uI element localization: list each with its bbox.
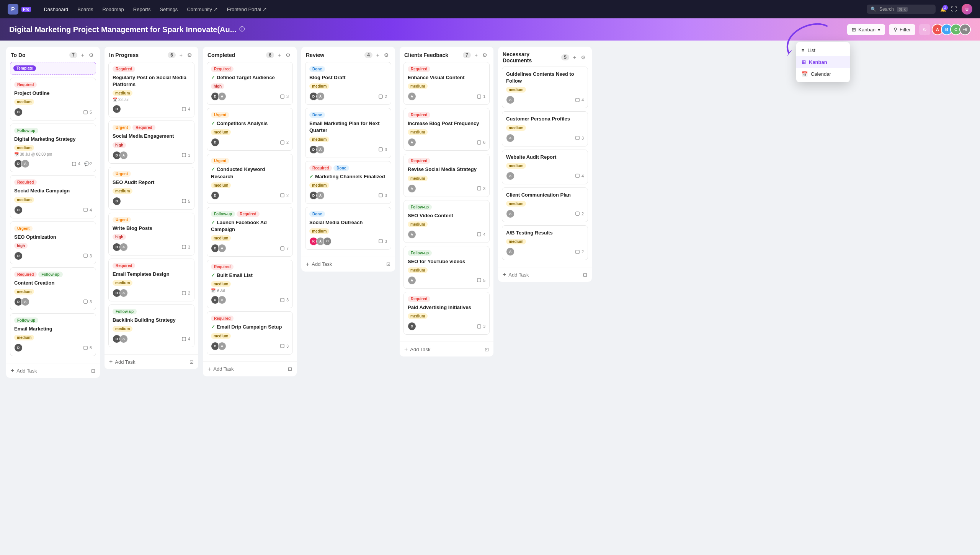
card-footer: DA3: [113, 243, 190, 251]
task-card[interactable]: Urgent✓Competitors AnalysismediumD2: [207, 108, 293, 151]
column-add-button[interactable]: +: [572, 54, 578, 61]
task-card[interactable]: Follow-upSEO Video ContentmediumA4: [403, 200, 490, 243]
add-task-button[interactable]: + Add Task ⊡: [105, 354, 198, 369]
user-avatar[interactable]: U: [962, 4, 972, 15]
card-title: ✓Built Email List: [211, 272, 289, 279]
svg-rect-32: [576, 212, 579, 215]
column-title: Completed: [207, 52, 264, 58]
column-add-button[interactable]: +: [375, 51, 381, 59]
task-card[interactable]: RequiredProject OutlinemediumD5: [10, 78, 96, 120]
card-title: ✓Marketing Channels Finalized: [309, 173, 387, 180]
nav-dashboard[interactable]: Dashboard: [40, 4, 72, 15]
task-card[interactable]: RequiredIncrease Blog Post Frequencymedi…: [403, 108, 490, 151]
svg-rect-3: [84, 208, 87, 212]
column-settings-button[interactable]: ⚙: [284, 51, 292, 59]
column-add-button[interactable]: +: [276, 51, 283, 59]
task-card[interactable]: Guidelines Contents Need to Followmedium…: [502, 67, 588, 108]
task-card[interactable]: RequiredSocial Media CampaignmediumD4: [10, 175, 96, 218]
template-card[interactable]: Template: [10, 62, 96, 75]
add-task-button[interactable]: + Add Task ⊡: [6, 363, 100, 378]
dropdown-calendar-option[interactable]: 📅 Calendar: [796, 68, 850, 80]
task-card[interactable]: Client Communication PlanmediumA2: [502, 187, 588, 222]
member-avatar-more[interactable]: +6: [959, 24, 971, 35]
task-card[interactable]: Follow-upSEO for YouTube videosmediumA5: [403, 246, 490, 289]
add-task-button[interactable]: + Add Task ⊡: [203, 361, 297, 376]
task-card[interactable]: Website Audit ReportmediumA4: [502, 150, 588, 184]
task-card[interactable]: UrgentSEO OptimizationhighD3: [10, 221, 96, 264]
task-card[interactable]: RequiredRevise Social Media Strategymedi…: [403, 154, 490, 197]
card-tags: Follow-upRequired: [211, 211, 289, 217]
column-title: In Progress: [109, 52, 165, 58]
add-task-button[interactable]: + Add Task ⊡: [400, 342, 493, 356]
nav-settings[interactable]: Settings: [156, 4, 181, 15]
task-card[interactable]: UrgentSEO Audit ReportmediumD5: [108, 167, 194, 210]
tag-urgent: Urgent: [14, 226, 33, 231]
add-task-button[interactable]: + Add Task ⊡: [498, 267, 592, 282]
task-card[interactable]: Required✓Defined Target AudiencehighDA3: [207, 62, 293, 105]
add-task-button[interactable]: + Add Task ⊡: [301, 257, 395, 272]
task-card[interactable]: UrgentWrite Blog PostshighDA3: [108, 213, 194, 256]
task-card[interactable]: DoneEmail Marketing Plan for Next Quarte…: [305, 108, 391, 158]
task-card[interactable]: DoneBlog Post DraftmediumDA2: [305, 62, 391, 105]
kanban-view-button[interactable]: ⊞ Kanban ▾: [847, 24, 885, 35]
kanban-column-necessarydocs: Necessary Documents5+⚙Guidelines Content…: [498, 47, 592, 282]
attachment-count: 3: [280, 344, 289, 348]
card-avatars: D: [14, 343, 21, 352]
task-card[interactable]: Follow-upRequired✓Launch Facebook Ad Cam…: [207, 207, 293, 257]
task-card[interactable]: UrgentRequiredSocial Media Engagementhig…: [108, 120, 194, 163]
card-title: Regularly Post on Social Media Platforms: [113, 74, 190, 88]
column-settings-button[interactable]: ⚙: [87, 51, 95, 59]
column-add-button[interactable]: +: [473, 51, 479, 59]
column-settings-button[interactable]: ⚙: [481, 51, 489, 59]
card-tags: Follow-up: [408, 250, 485, 256]
search-icon: 🔍: [871, 7, 876, 12]
card-title: Client Communication Plan: [506, 192, 584, 199]
card-meta: 4: [575, 174, 584, 178]
card-meta: 3: [477, 186, 485, 191]
priority-badge: medium: [14, 145, 34, 151]
dropdown-list-option[interactable]: ≡ List: [796, 44, 850, 56]
plus-icon: +: [503, 271, 506, 278]
task-card[interactable]: Follow-upDigital Marketing Strategymediu…: [10, 124, 96, 172]
card-meta: 4: [575, 98, 584, 102]
tag-required: Required: [211, 264, 234, 270]
tag-required: Required: [14, 179, 37, 185]
task-card[interactable]: RequiredEmail Templates DesignmediumDA2: [108, 259, 194, 301]
task-card[interactable]: DoneSocial Media OutreachmediumKA+13: [305, 207, 391, 250]
nav-frontend-portal[interactable]: Frontend Portal ↗: [223, 4, 271, 15]
card-footer: DA4💬2: [14, 160, 92, 168]
card-title: ✓Email Drip Campaign Setup: [211, 324, 289, 330]
nav-reports[interactable]: Reports: [129, 4, 155, 15]
expand-icon[interactable]: ⛶: [951, 6, 957, 13]
card-tags: Done: [309, 66, 387, 72]
task-card[interactable]: Follow-upEmail MarketingmediumD5: [10, 313, 96, 356]
nav-roadmap[interactable]: Roadmap: [98, 4, 127, 15]
priority-badge: medium: [408, 313, 428, 319]
column-settings-button[interactable]: ⚙: [579, 54, 587, 61]
column-settings-button[interactable]: ⚙: [186, 51, 194, 59]
task-card[interactable]: Urgent✓Conducted Keyword ResearchmediumD…: [207, 154, 293, 203]
task-card[interactable]: RequiredEnhance Visual ContentmediumA1: [403, 62, 490, 105]
card-footer: D3: [408, 322, 485, 330]
task-card[interactable]: Required✓Built Email Listmedium📅9 JulDA3: [207, 260, 293, 308]
kanban-column-todo: To Do7+⚙TemplateRequiredProject Outlinem…: [6, 47, 100, 378]
nav-boards[interactable]: Boards: [74, 4, 97, 15]
column-add-button[interactable]: +: [178, 51, 184, 59]
info-icon[interactable]: ⓘ: [239, 26, 245, 33]
nav-community[interactable]: Community ↗: [183, 4, 221, 15]
task-card[interactable]: A/B Testing ResultsmediumA2: [502, 225, 588, 260]
notification-bell[interactable]: 🔔2: [940, 7, 946, 12]
dropdown-kanban-option[interactable]: ⊞ Kanban: [796, 56, 850, 68]
refresh-button[interactable]: ↻: [919, 24, 930, 35]
task-card[interactable]: RequiredDone✓Marketing Channels Finalize…: [305, 161, 391, 204]
column-add-button[interactable]: +: [80, 51, 86, 59]
task-card[interactable]: Customer Persona ProfilesmediumA3: [502, 111, 588, 146]
filter-button[interactable]: ⚲ Filter: [889, 24, 915, 35]
column-settings-button[interactable]: ⚙: [382, 51, 390, 59]
task-card[interactable]: RequiredRegularly Post on Social Media P…: [108, 62, 194, 117]
task-card[interactable]: RequiredPaid Advertising Initiativesmedi…: [403, 292, 490, 335]
task-card[interactable]: RequiredFollow-upContent CreationmediumD…: [10, 267, 96, 310]
task-card[interactable]: Follow-upBacklink Building Strategymediu…: [108, 304, 194, 347]
search-box[interactable]: 🔍 Search ⌘ k: [867, 5, 936, 14]
task-card[interactable]: Required✓Email Drip Campaign Setupmedium…: [207, 311, 293, 354]
